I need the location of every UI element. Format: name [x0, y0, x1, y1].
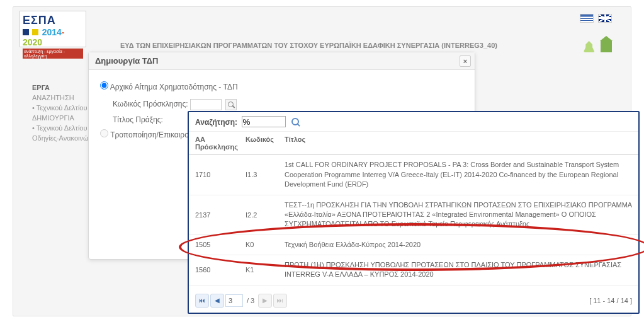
cell-aa: 1505 — [195, 241, 246, 248]
cell-title: ΠΡΩΤΗ (1Η) ΠΡΟΣΚΛΗΣΗ ΥΠΟΒΟΛΗΣ ΠΡΟΤΑΣΕΩΝ … — [285, 260, 632, 280]
col-title-header: Τίτλος — [285, 136, 632, 151]
pager: ⏮ ◀ / 3 ▶ ⏭ [ 11 - 14 / 14 ] — [195, 294, 632, 308]
pager-range: [ 11 - 14 / 14 ] — [589, 297, 632, 304]
pager-first-button[interactable]: ⏮ — [195, 294, 209, 308]
close-button[interactable]: × — [460, 55, 471, 67]
cell-title: ΤΕΣΤ--1η ΠΡΟΣΚΛΗΣΗ ΓΙΑ ΤΗΝ ΥΠΟΒΟΛΗ ΣΤΡΑΤ… — [285, 200, 632, 229]
call-code-row: Κωδικός Πρόσκλησης: — [113, 99, 463, 110]
search-icon[interactable] — [225, 99, 237, 110]
modal-title: Δημιουργία ΤΔΠ — [95, 56, 158, 66]
cell-code: K1 — [246, 266, 285, 274]
radio-amend-label: Τροποποίηση/Επικαιροποί — [110, 130, 200, 139]
pager-prev-button[interactable]: ◀ — [210, 294, 224, 308]
user-icon[interactable] — [584, 41, 595, 52]
radio-amend — [100, 129, 108, 137]
radio-option-initial[interactable]: Αρχικό Αίτημα Χρηματοδότησης - ΤΔΠ — [100, 81, 463, 91]
call-code-label: Κωδικός Πρόσκλησης: — [113, 100, 188, 108]
cell-code: K0 — [246, 241, 285, 248]
pager-controls: ⏮ ◀ / 3 ▶ ⏭ — [195, 294, 287, 308]
table-row[interactable]: 1505 K0 Τεχνική Βοήθεια Ελλάδα-Κύπρος 20… — [189, 235, 638, 255]
home-icon[interactable] — [601, 41, 612, 52]
cell-aa: 1710 — [195, 171, 246, 178]
espa-logo: ΕΣΠΑ 2014-2020 ανάπτυξη - εργασία - αλλη… — [20, 11, 86, 47]
pager-last-button[interactable]: ⏭ — [273, 294, 287, 308]
radio-initial[interactable] — [100, 81, 108, 89]
col-aa-header: ΑΑ Πρόσκλησης — [195, 136, 246, 151]
cell-code: I2.2 — [246, 211, 285, 219]
pager-next-button[interactable]: ▶ — [258, 294, 272, 308]
search-label: Αναζήτηση: — [195, 118, 237, 127]
search-input[interactable] — [242, 116, 286, 127]
search-header: Αναζήτηση: — [189, 112, 638, 132]
radio-initial-label: Αρχικό Αίτημα Χρηματοδότησης - ΤΔΠ — [110, 83, 238, 91]
cell-title: Τεχνική Βοήθεια Ελλάδα-Κύπρος 2014-2020 — [285, 240, 632, 250]
table-row[interactable]: 1560 K1 ΠΡΩΤΗ (1Η) ΠΡΟΣΚΛΗΣΗ ΥΠΟΒΟΛΗΣ ΠΡ… — [189, 255, 638, 286]
flag-gr-icon[interactable] — [580, 14, 594, 23]
page-title: ΕΥΔ ΤΩΝ ΕΠΙΧΕΙΡΗΣΙΑΚΩΝ ΠΡΟΓΡΑΜΜΑΤΩΝ ΤΟΥ … — [120, 42, 612, 49]
grid-header: ΑΑ Πρόσκλησης Κωδικός Τίτλος — [189, 132, 638, 155]
cell-code: I1.3 — [246, 171, 285, 178]
call-code-input[interactable] — [190, 99, 222, 110]
logo-square-icon — [32, 29, 38, 35]
cell-aa: 1560 — [195, 266, 246, 274]
language-flags — [577, 13, 612, 23]
flag-uk-icon[interactable] — [598, 14, 612, 23]
logo-tagline: ανάπτυξη - εργασία - αλληλεγγύη — [23, 49, 83, 59]
header-icons — [580, 37, 612, 54]
pager-total: / 3 — [247, 297, 254, 304]
col-code-header: Κωδικός — [246, 136, 285, 151]
search-icon[interactable] — [291, 117, 301, 127]
title-label: Τίτλος Πράξης: — [113, 115, 188, 124]
modal-header: Δημιουργία ΤΔΠ × — [89, 52, 475, 70]
logo-square-icon — [23, 29, 29, 35]
pager-page-input[interactable] — [225, 294, 243, 307]
cell-title: 1st CALL FOR ORDINARY PROJECT PROPOSALS … — [285, 160, 632, 189]
logo-text: ΕΣΠΑ — [23, 14, 83, 27]
table-row[interactable]: 2137 I2.2 ΤΕΣΤ--1η ΠΡΟΣΚΛΗΣΗ ΓΙΑ ΤΗΝ ΥΠΟ… — [189, 195, 638, 235]
table-row[interactable]: 1710 I1.3 1st CALL FOR ORDINARY PROJECT … — [189, 155, 638, 195]
cell-aa: 2137 — [195, 211, 246, 219]
search-popup: Αναζήτηση: ΑΑ Πρόσκλησης Κωδικός Τίτλος … — [188, 111, 640, 314]
